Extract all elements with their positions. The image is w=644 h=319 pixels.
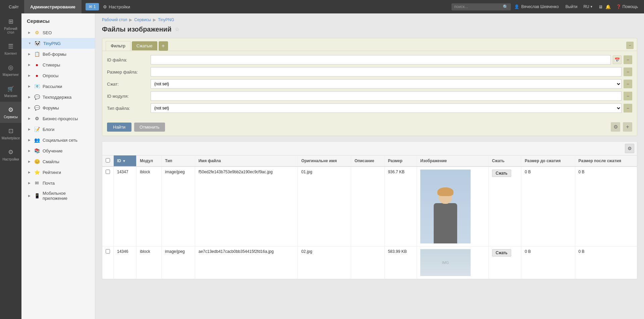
services-item-label-mailings: Рассылки xyxy=(43,84,62,89)
id-column-label: ID xyxy=(117,158,121,163)
filter-label-moduleid: ID модуля: xyxy=(107,94,151,99)
sidebar-item-label-services: Сервисы xyxy=(4,115,17,119)
filter-select-filetype[interactable]: (not set) image/jpeg image/png xyxy=(151,103,622,113)
sidebar-item-settings[interactable]: ⚙ Настройки xyxy=(0,144,21,165)
row1-compress-button[interactable]: Сжать xyxy=(492,170,511,177)
user-menu[interactable]: 👤 Вячеслав Шевченко xyxy=(511,4,562,9)
row2-image-preview: IMG xyxy=(420,249,471,276)
services-item-bizproc[interactable]: ▶ ⚙ Бизнес-процессы xyxy=(21,113,95,124)
row2-checkbox-cell xyxy=(102,246,114,279)
content-area: Рабочий стол ▶ Сервисы ▶ TinyPNG Файлы и… xyxy=(95,13,644,319)
services-item-webforms[interactable]: ▶ 📋 Веб-формы xyxy=(21,49,95,59)
sidebar-item-services[interactable]: ⚙ Сервисы xyxy=(0,102,21,123)
settings-link[interactable]: ⚙ Настройки xyxy=(99,4,134,9)
th-type: Тип xyxy=(162,155,195,167)
filter-collapse-button[interactable]: − xyxy=(626,42,634,49)
row2-image-placeholder: IMG xyxy=(442,261,449,265)
person-silhouette-1 xyxy=(434,189,457,243)
filter-label-fileid: ID файла: xyxy=(107,57,151,62)
services-item-blogs[interactable]: ▶ 📝 Блоги xyxy=(21,124,95,135)
filter-tab-filter[interactable]: Фильтр xyxy=(106,41,130,51)
th-size: Размер xyxy=(384,155,417,167)
services-item-ratings[interactable]: ▶ ⭐ Рейтинги xyxy=(21,167,95,178)
row1-size: 936.7 KB xyxy=(384,167,417,246)
filter-clear-button-filetype[interactable]: − xyxy=(624,104,632,112)
sidebar-item-label-marketing: Маркетинг xyxy=(3,73,19,77)
monitor-icon[interactable]: 🖥 xyxy=(598,4,603,9)
services-item-stickers[interactable]: ▶ ● Стикеры xyxy=(21,59,95,70)
sidebar-item-shop[interactable]: 🛒 Магазин xyxy=(0,81,21,102)
filter-row-filetype: Тип файла: (not set) image/jpeg image/pn… xyxy=(107,103,632,113)
cancel-button[interactable]: Отменить xyxy=(134,123,165,132)
search-input[interactable] xyxy=(454,4,501,9)
sidebar-item-dashboard[interactable]: ⊞ Рабочий стол xyxy=(0,13,21,38)
find-button[interactable]: Найти xyxy=(107,123,131,132)
filter-select-compressed[interactable]: (not set) Да Нет xyxy=(151,79,622,89)
notification-badge[interactable]: ✉ 1 xyxy=(86,3,99,10)
sidebar-item-marketing[interactable]: ◎ Маркетинг xyxy=(0,59,21,81)
filter-add-button[interactable]: + xyxy=(623,122,632,132)
filter-footer: Найти Отменить ⚙ + xyxy=(102,120,637,136)
filter-clear-button-moduleid[interactable]: − xyxy=(624,92,632,100)
services-item-learning[interactable]: ▶ 📚 Обучение xyxy=(21,145,95,156)
favorite-star-icon[interactable]: ☆ xyxy=(175,26,179,33)
language-selector[interactable]: RU ▼ xyxy=(581,4,595,9)
site-tab[interactable]: Сайт xyxy=(3,0,24,13)
expand-arrow-icon-bizproc: ▶ xyxy=(28,117,31,120)
services-item-support[interactable]: ▶ 💬 Техподдержка xyxy=(21,92,95,102)
learning-icon: 📚 xyxy=(34,148,40,154)
expand-arrow-icon-surveys: ▶ xyxy=(28,74,31,77)
services-item-forums[interactable]: ▶ 💬 Форумы xyxy=(21,102,95,113)
filter-gear-button[interactable]: ⚙ xyxy=(611,122,620,132)
row1-checkbox[interactable] xyxy=(106,170,110,174)
filter-calendar-button-fileid[interactable]: 📅 xyxy=(613,55,622,64)
services-item-label-mail: Почта xyxy=(43,181,55,186)
row1-filename: f50ed2fe143b753e9bb2a190ec9cf9ac.jpg xyxy=(195,167,298,246)
row2-original: 02.jpg xyxy=(298,246,351,279)
services-item-seo[interactable]: ▶ ⚙ SEO xyxy=(21,27,95,38)
filter-input-fileid[interactable] xyxy=(151,55,611,64)
services-item-mobile[interactable]: ▶ 📱 Мобильное приложение xyxy=(21,188,95,203)
th-image: Изображение xyxy=(417,155,488,167)
th-description: Описание xyxy=(351,155,384,167)
expand-arrow-icon-mail: ▶ xyxy=(28,181,31,185)
stickers-icon: ● xyxy=(34,62,40,68)
lang-label: RU xyxy=(583,4,589,9)
filter-input-filesize[interactable] xyxy=(151,67,622,77)
logout-button[interactable]: Выйти xyxy=(562,4,581,9)
services-item-mailings[interactable]: ▶ 📧 Рассылки xyxy=(21,81,95,92)
breadcrumb-link-services[interactable]: Сервисы xyxy=(134,17,151,22)
services-item-mail[interactable]: ▶ ✉ Почта xyxy=(21,178,95,188)
filter-clear-button-fileid[interactable]: − xyxy=(624,55,632,64)
filter-tab-add-button[interactable]: + xyxy=(159,41,168,51)
filter-clear-button-compressed[interactable]: − xyxy=(624,80,632,88)
table-settings-button[interactable]: ⚙ xyxy=(625,144,634,153)
filter-body: ID файла: 📅 − Размер файла: − xyxy=(102,51,637,120)
row1-description xyxy=(351,167,384,246)
help-label: Помощь xyxy=(623,4,638,9)
services-item-surveys[interactable]: ▶ ● Опросы xyxy=(21,70,95,81)
content-icon: ☰ xyxy=(7,42,15,50)
breadcrumb-link-desktop[interactable]: Рабочий стол xyxy=(102,17,127,22)
admin-tab[interactable]: Администрирование xyxy=(24,0,82,13)
filter-clear-button-filesize[interactable]: − xyxy=(624,67,632,76)
breadcrumb-link-tinypng[interactable]: TinyPNG xyxy=(158,17,174,22)
row2-checkbox[interactable] xyxy=(106,249,110,254)
row2-compress-button[interactable]: Сжать xyxy=(492,249,511,257)
services-item-tinypng[interactable]: ▼ 🐼 TinyPNG xyxy=(21,38,95,49)
dashboard-icon: ⊞ xyxy=(7,17,15,26)
services-item-socialnet[interactable]: ▶ 👥 Социальная сеть xyxy=(21,135,95,145)
expand-arrow-icon-webforms: ▶ xyxy=(28,52,31,56)
filter-tab-compressed[interactable]: Сжатые xyxy=(132,41,157,50)
sidebar-item-label-marketplace: Marketplace xyxy=(2,136,20,140)
help-link[interactable]: ❓ Помощь xyxy=(613,4,641,9)
sidebar-item-content[interactable]: ☰ Контент xyxy=(0,38,21,59)
th-id[interactable]: ID ▼ xyxy=(114,155,137,167)
filter-input-moduleid[interactable] xyxy=(151,91,622,101)
expand-arrow-icon-learning: ▶ xyxy=(28,149,31,152)
select-all-checkbox[interactable] xyxy=(106,158,110,163)
services-item-smileys[interactable]: ▶ 😊 Смайлы xyxy=(21,156,95,167)
bell-icon[interactable]: 🔔 xyxy=(605,4,611,9)
sidebar-item-marketplace[interactable]: ⊡ Marketplace xyxy=(0,123,21,144)
services-item-label-learning: Обучение xyxy=(43,148,62,153)
